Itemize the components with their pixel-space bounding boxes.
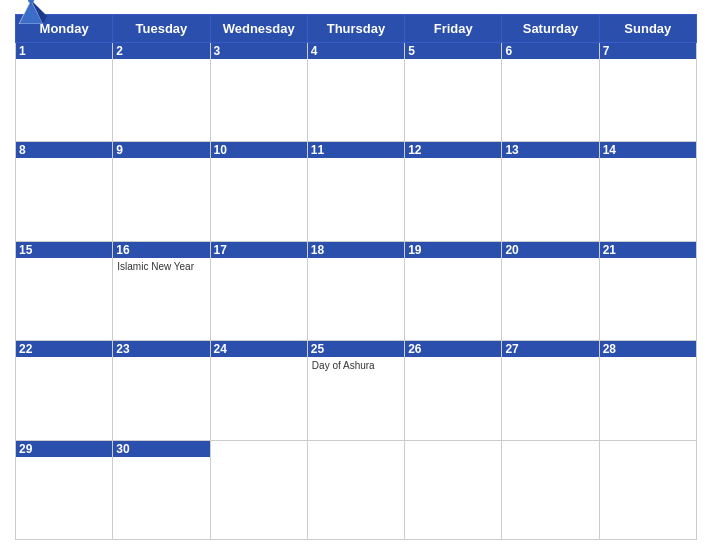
calendar-day-cell: 3: [210, 43, 307, 142]
calendar-week-row: 2930: [16, 440, 697, 539]
logo: [15, 0, 51, 24]
weekday-header: Wednesday: [210, 15, 307, 43]
calendar-week-row: 22232425Day of Ashura262728: [16, 341, 697, 440]
day-number: 9: [113, 142, 209, 158]
day-number: 10: [211, 142, 307, 158]
calendar-day-cell: 25Day of Ashura: [307, 341, 404, 440]
calendar-day-cell: 30: [113, 440, 210, 539]
day-number: 19: [405, 242, 501, 258]
day-number: 26: [405, 341, 501, 357]
calendar-day-cell: 29: [16, 440, 113, 539]
day-number: 8: [16, 142, 112, 158]
day-number: 27: [502, 341, 598, 357]
calendar-day-cell: 2: [113, 43, 210, 142]
calendar-day-cell: 15: [16, 241, 113, 340]
calendar-day-cell: 13: [502, 142, 599, 241]
holiday-label: Day of Ashura: [312, 360, 400, 371]
day-number: 13: [502, 142, 598, 158]
day-number: 3: [211, 43, 307, 59]
calendar-table: MondayTuesdayWednesdayThursdayFridaySatu…: [15, 14, 697, 540]
calendar-day-cell: 18: [307, 241, 404, 340]
weekday-header: Sunday: [599, 15, 696, 43]
day-number: 21: [600, 242, 696, 258]
calendar-day-cell: 27: [502, 341, 599, 440]
day-number: 25: [308, 341, 404, 357]
day-number: 29: [16, 441, 112, 457]
day-number: 12: [405, 142, 501, 158]
day-number: 6: [502, 43, 598, 59]
calendar-header-row: MondayTuesdayWednesdayThursdayFridaySatu…: [16, 15, 697, 43]
day-number: 23: [113, 341, 209, 357]
calendar-day-cell: 28: [599, 341, 696, 440]
calendar-day-cell: 26: [405, 341, 502, 440]
calendar-day-cell: 16Islamic New Year: [113, 241, 210, 340]
day-number: 1: [16, 43, 112, 59]
weekday-header: Tuesday: [113, 15, 210, 43]
day-number: 30: [113, 441, 209, 457]
calendar-day-cell: [307, 440, 404, 539]
holiday-label: Islamic New Year: [117, 261, 205, 272]
calendar-day-cell: [502, 440, 599, 539]
calendar-day-cell: 23: [113, 341, 210, 440]
calendar-day-cell: [210, 440, 307, 539]
day-number: 5: [405, 43, 501, 59]
day-number: 17: [211, 242, 307, 258]
day-number: 2: [113, 43, 209, 59]
calendar-week-row: 1516Islamic New Year1718192021: [16, 241, 697, 340]
day-number: 28: [600, 341, 696, 357]
calendar-week-row: 891011121314: [16, 142, 697, 241]
logo-icon: [15, 0, 47, 24]
day-number: 22: [16, 341, 112, 357]
day-number: 24: [211, 341, 307, 357]
calendar-day-cell: 10: [210, 142, 307, 241]
calendar-day-cell: 4: [307, 43, 404, 142]
day-number: 16: [113, 242, 209, 258]
weekday-header: Saturday: [502, 15, 599, 43]
calendar-day-cell: 6: [502, 43, 599, 142]
day-number: 18: [308, 242, 404, 258]
calendar-day-cell: 14: [599, 142, 696, 241]
calendar-day-cell: 5: [405, 43, 502, 142]
calendar-day-cell: 12: [405, 142, 502, 241]
calendar-week-row: 1234567: [16, 43, 697, 142]
day-number: 4: [308, 43, 404, 59]
calendar-body: 12345678910111213141516Islamic New Year1…: [16, 43, 697, 540]
calendar-day-cell: [599, 440, 696, 539]
calendar-day-cell: 21: [599, 241, 696, 340]
day-number: 20: [502, 242, 598, 258]
day-number: 7: [600, 43, 696, 59]
calendar-day-cell: 1: [16, 43, 113, 142]
calendar-day-cell: 20: [502, 241, 599, 340]
day-number: 14: [600, 142, 696, 158]
calendar-day-cell: [405, 440, 502, 539]
calendar-day-cell: 11: [307, 142, 404, 241]
day-number: 15: [16, 242, 112, 258]
calendar-day-cell: 17: [210, 241, 307, 340]
weekday-header: Thursday: [307, 15, 404, 43]
calendar-day-cell: 22: [16, 341, 113, 440]
day-number: 11: [308, 142, 404, 158]
calendar-day-cell: 8: [16, 142, 113, 241]
weekday-header: Friday: [405, 15, 502, 43]
calendar-day-cell: 7: [599, 43, 696, 142]
calendar-day-cell: 9: [113, 142, 210, 241]
calendar-day-cell: 19: [405, 241, 502, 340]
calendar-day-cell: 24: [210, 341, 307, 440]
